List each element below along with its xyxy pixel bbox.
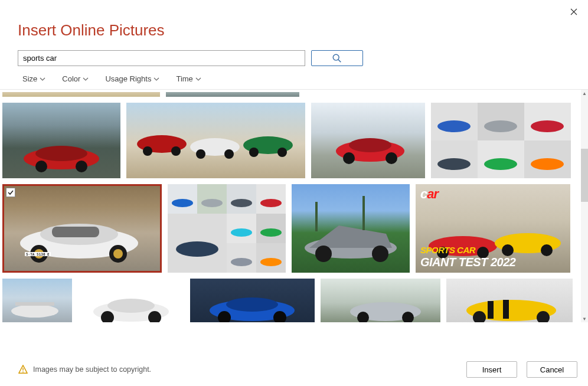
car-illustration	[126, 103, 305, 178]
results-area: S·TA 5130 E	[0, 89, 588, 322]
svg-point-67	[541, 244, 553, 256]
search-row	[18, 50, 588, 66]
close-icon	[570, 8, 577, 15]
image-result[interactable]: car SPORTS CAR GIANT TEST 2022	[416, 184, 570, 273]
search-input[interactable]	[18, 50, 305, 66]
filter-color[interactable]: Color	[62, 74, 89, 83]
svg-point-37	[113, 249, 123, 259]
filter-size[interactable]: Size	[22, 74, 45, 83]
car-illustration	[78, 279, 184, 322]
svg-point-43	[231, 199, 252, 207]
svg-point-51	[260, 228, 282, 237]
image-result[interactable]	[2, 279, 72, 322]
svg-rect-33	[52, 227, 99, 237]
copyright-text: Images may be subject to copyright.	[33, 365, 151, 374]
chevron-down-icon	[153, 76, 159, 82]
image-result[interactable]	[2, 103, 120, 178]
svg-rect-60	[315, 202, 318, 231]
image-result[interactable]	[2, 92, 160, 97]
dialog-title: Insert Online Pictures	[18, 21, 588, 40]
svg-point-47	[176, 241, 218, 257]
svg-point-5	[76, 161, 87, 172]
svg-point-24	[531, 120, 564, 132]
scroll-up-icon[interactable]: ▲	[581, 90, 588, 97]
image-result-selected[interactable]: S·TA 5130 E	[2, 184, 162, 273]
warning-icon	[18, 364, 28, 375]
image-result[interactable]	[311, 103, 425, 178]
scrollbar[interactable]: ▲ ▼	[581, 90, 588, 322]
svg-line-1	[338, 59, 341, 61]
image-result[interactable]	[431, 103, 571, 178]
svg-point-3	[35, 146, 87, 161]
license-plate: S·TA 5130 E	[25, 252, 51, 256]
svg-point-17	[343, 152, 355, 164]
svg-rect-82	[488, 301, 494, 319]
svg-point-11	[224, 149, 234, 159]
svg-marker-57	[309, 225, 392, 248]
svg-point-7	[143, 146, 152, 156]
svg-point-58	[315, 246, 332, 262]
svg-point-16	[349, 138, 391, 152]
filter-time-label: Time	[176, 74, 192, 83]
svg-point-22	[484, 120, 517, 132]
car-illustration	[2, 103, 120, 178]
car-illustration	[190, 279, 315, 322]
svg-point-39	[172, 199, 193, 207]
selection-checkmark	[6, 188, 15, 197]
scroll-down-icon[interactable]: ▼	[581, 315, 588, 322]
car-illustration	[292, 184, 410, 273]
image-result[interactable]	[292, 184, 410, 273]
filter-usage-rights-label: Usage Rights	[105, 74, 151, 83]
filters-row: Size Color Usage Rights Time	[22, 74, 588, 83]
scroll-thumb[interactable]	[581, 149, 588, 202]
image-result[interactable]	[446, 279, 573, 322]
close-button[interactable]	[567, 5, 581, 19]
car-illustration	[321, 279, 440, 322]
svg-point-18	[386, 152, 397, 164]
image-result[interactable]	[168, 184, 286, 273]
filter-size-label: Size	[22, 74, 37, 83]
car-illustration	[446, 279, 573, 322]
svg-point-71	[107, 299, 155, 313]
svg-rect-69	[15, 302, 54, 306]
svg-rect-83	[503, 300, 509, 319]
svg-point-30	[531, 158, 564, 170]
overlay-text: SPORTS CAR	[420, 245, 475, 255]
search-button[interactable]	[311, 50, 363, 66]
copyright-notice: Images may be subject to copyright.	[18, 364, 151, 375]
car-illustration	[311, 103, 425, 178]
image-result[interactable]	[190, 279, 315, 322]
svg-point-10	[196, 149, 205, 159]
cancel-button[interactable]: Cancel	[527, 361, 577, 378]
svg-point-68	[11, 305, 58, 318]
image-result[interactable]	[78, 279, 184, 322]
svg-point-0	[333, 54, 339, 60]
image-result[interactable]	[126, 103, 305, 178]
svg-point-59	[372, 246, 388, 262]
overlay-text: GIANT TEST 2022	[420, 256, 515, 269]
chevron-down-icon	[195, 76, 201, 82]
svg-point-53	[231, 258, 252, 266]
svg-point-66	[502, 244, 514, 256]
car-illustration	[2, 184, 162, 273]
results-grid: S·TA 5130 E	[2, 90, 581, 322]
insert-button[interactable]: Insert	[466, 361, 517, 378]
svg-point-55	[260, 258, 282, 266]
search-icon	[332, 53, 342, 64]
footer: Images may be subject to copyright. Inse…	[18, 361, 577, 378]
image-result[interactable]	[321, 279, 440, 322]
svg-point-41	[201, 199, 223, 207]
svg-point-8	[171, 146, 181, 156]
car-grid-illustration	[431, 103, 571, 178]
car-grid-illustration	[168, 184, 286, 273]
image-result[interactable]	[166, 92, 299, 97]
svg-point-4	[35, 161, 47, 172]
filter-time[interactable]: Time	[176, 74, 201, 83]
svg-point-75	[226, 297, 278, 312]
filter-usage-rights[interactable]: Usage Rights	[105, 74, 159, 83]
svg-rect-61	[362, 196, 365, 230]
chevron-down-icon	[40, 76, 45, 82]
svg-point-45	[260, 199, 282, 207]
svg-point-13	[249, 148, 259, 157]
svg-point-20	[437, 120, 471, 132]
